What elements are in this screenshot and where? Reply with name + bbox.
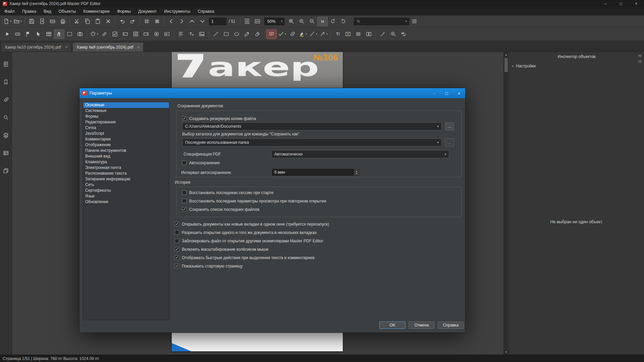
zoom-to-selection[interactable] [286,17,297,26]
next-view[interactable] [197,17,208,26]
category-item-0[interactable]: Основные [83,102,169,108]
delete[interactable] [103,17,113,26]
checkbox-unchecked[interactable] [175,239,179,243]
window-close-button[interactable]: × [629,0,644,7]
pencil-tool[interactable] [242,29,252,39]
option-row[interactable]: Восстановить последнюю сессию при старте [182,190,326,195]
window-minimize-button[interactable]: – [598,0,613,7]
document-tab-1[interactable]: Хакер №9 (сентябрь 2024).pdf× [72,42,144,52]
window-maximize-button[interactable]: □ [613,0,629,7]
scroll-up-button[interactable]: ▲ [504,52,508,57]
snap-to-grid[interactable] [152,17,162,26]
category-item-5[interactable]: JavaScript [83,131,169,136]
fit-width[interactable] [252,17,263,26]
category-item-8[interactable]: Панели инструментов [83,148,169,154]
checkbox-checked[interactable]: ✓ [182,116,186,121]
dialog-titlebar[interactable]: Параметры – □ × [79,88,465,98]
align-objects-tool[interactable] [176,29,186,39]
checkbox-unchecked[interactable] [182,190,186,195]
checkbox-field-tool[interactable] [110,29,120,39]
menu-item-0[interactable]: Файл [1,8,18,15]
open-document[interactable]: ▾ [12,17,23,26]
tab-close-icon[interactable]: × [137,45,140,50]
magnifier-tool[interactable] [388,29,398,39]
category-item-11[interactable]: Электронная почта [83,165,169,171]
category-item-10[interactable]: Клавиатура [83,159,169,165]
pdf-spec-combo[interactable]: Автоматически ▾ [271,150,449,158]
layers-panel-button[interactable] [1,131,11,139]
hand-tool[interactable] [54,29,64,39]
signatures-panel-button[interactable] [1,149,11,157]
category-item-12[interactable]: Распознавание текста [83,171,169,176]
dialog-minimize-button[interactable]: – [428,88,440,98]
new-document[interactable]: ▾ [2,17,12,26]
document-tab-0[interactable]: Хакер №10 (октябрь 2024).pdf× [1,42,71,52]
menu-item-4[interactable]: Комментарии [79,8,113,15]
page-number-input[interactable] [209,18,226,25]
edit-document-tool[interactable] [33,29,44,39]
category-item-7[interactable]: Отображение [83,142,169,148]
draw-line-tool[interactable] [211,29,221,39]
option-row[interactable]: Разрешить открытие одного и того же доку… [175,230,329,235]
dialog-close-button[interactable]: × [453,88,465,98]
redo[interactable] [127,17,138,26]
link-tool[interactable] [99,29,110,39]
undock-panel-button[interactable] [637,59,643,64]
search-input[interactable] [363,19,404,24]
checkbox-checked[interactable]: ✓ [175,264,179,268]
draw-ellipse-tool[interactable] [231,29,242,39]
paste[interactable] [93,17,103,26]
checkbox-unchecked[interactable] [182,161,186,165]
category-item-3[interactable]: Редактирование [83,119,169,125]
attach-file-annotation-tool[interactable] [287,29,298,39]
search-panel-button[interactable] [1,113,11,121]
select-text-tool[interactable] [64,29,75,39]
redaction-tool[interactable] [378,29,388,39]
cancel-button[interactable]: Отмена [409,321,435,329]
sticky-note-tool[interactable] [266,29,277,39]
inspector-settings-node[interactable]: ▾ Настройки [509,63,644,69]
category-item-2[interactable]: Формы [83,114,169,119]
ok-button[interactable]: OK [379,321,406,329]
text-field-tool[interactable] [120,29,130,39]
browse-backup-folder-button[interactable]: ... [445,122,454,130]
checkbox-checked[interactable]: ✓ [175,222,179,226]
print[interactable] [58,17,68,26]
next-page[interactable] [176,17,187,26]
option-row[interactable]: ✓Включить масштабирование колёсиком мыши [175,247,329,252]
previous-view[interactable] [187,17,197,26]
pages-panel-button[interactable] [1,60,11,68]
menu-item-1[interactable]: Правка [18,8,40,15]
option-row[interactable]: Заблокировать файл от открытия другими э… [175,238,329,243]
option-row[interactable]: ✓Отображать быстрые действия при выделен… [175,255,329,260]
autosave-interval-spinbox[interactable]: 5 мин ▲ ▼ [271,168,360,176]
dialog-maximize-button[interactable]: □ [440,88,453,98]
menu-item-8[interactable]: Справка [194,8,218,15]
save-document[interactable] [26,17,37,26]
zoom-level-combo[interactable]: 50%▾ [264,18,284,25]
help-button[interactable]: Справка [438,321,464,329]
eraser-tool[interactable] [252,29,263,39]
category-item-14[interactable]: Сеть [83,182,169,188]
dock-panel-button[interactable] [637,53,643,58]
arrow-annotation-tool[interactable]: ▾ [318,29,329,39]
spinbox-buttons[interactable]: ▲ ▼ [354,169,359,176]
properties-panel-button[interactable] [1,167,11,175]
category-item-9[interactable]: Внешний вид [83,154,169,159]
category-item-17[interactable]: Обновление [83,199,169,205]
category-item-4[interactable]: Сетка [83,125,169,131]
scan[interactable] [47,17,58,26]
checkbox-checked[interactable]: ✓ [175,255,179,260]
combo-box-field-tool[interactable] [141,29,151,39]
snapshot-tool[interactable] [75,29,85,39]
edit-objects-tool[interactable]: ▾ [89,29,99,39]
run-forms[interactable] [2,29,12,39]
radio-button-field-tool[interactable] [151,29,162,39]
stamp-check-tool[interactable]: ▾ [277,29,287,39]
split-document-tool[interactable] [364,29,374,39]
text-box-annotation-tool[interactable]: T [343,29,353,39]
rotate-clockwise[interactable] [338,17,348,26]
toolbar-options-menu[interactable] [409,17,420,26]
ocr-tool[interactable] [353,29,364,39]
cut[interactable] [72,17,82,26]
